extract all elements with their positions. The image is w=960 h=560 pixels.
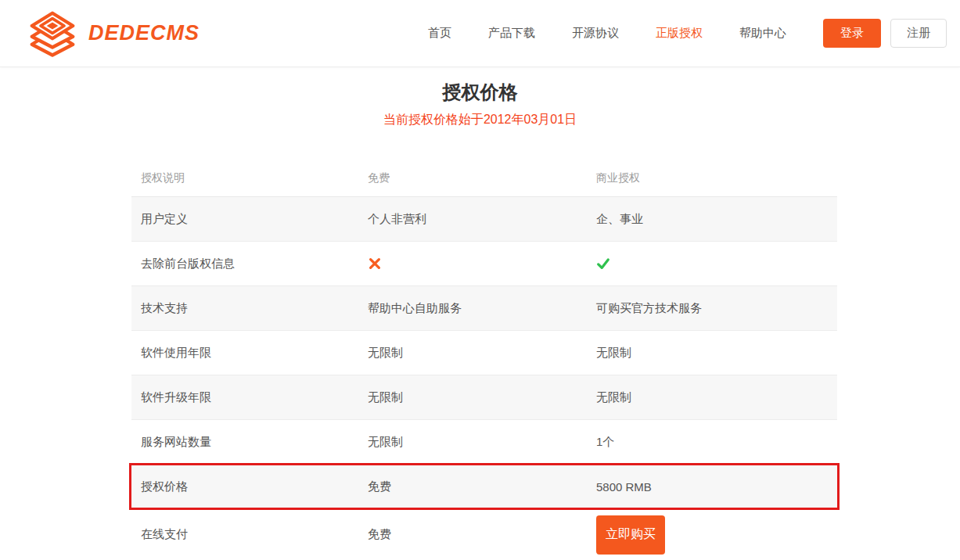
commercial-value: 无限制 bbox=[587, 346, 837, 361]
check-icon bbox=[596, 257, 610, 271]
table-row-tech-support: 技术支持 帮助中心自助服务 可购买官方技术服务 bbox=[131, 286, 837, 331]
nav-item-genuine-license[interactable]: 正版授权 bbox=[656, 26, 703, 41]
page-title: 授权价格 bbox=[0, 80, 960, 105]
row-label: 在线支付 bbox=[131, 527, 358, 542]
row-label: 用户定义 bbox=[131, 212, 358, 227]
license-price-table: 授权说明 免费 商业授权 用户定义 个人非营利 企、事业 去除前台版权信息 技术… bbox=[131, 160, 837, 560]
nav-item-open-source-license[interactable]: 开源协议 bbox=[572, 26, 619, 41]
row-label: 去除前台版权信息 bbox=[131, 257, 358, 271]
brand-logo[interactable]: DEDECMS bbox=[27, 10, 200, 57]
commercial-price-value: 5800 RMB bbox=[587, 480, 837, 494]
nav-item-downloads[interactable]: 产品下载 bbox=[488, 26, 535, 41]
cross-icon bbox=[368, 257, 382, 271]
main-nav: 首页 产品下载 开源协议 正版授权 帮助中心 登录 注册 bbox=[428, 19, 947, 48]
free-value: 无限制 bbox=[358, 390, 587, 405]
header-license-description: 授权说明 bbox=[131, 171, 358, 185]
free-value: 个人非营利 bbox=[358, 212, 587, 227]
free-value: 无限制 bbox=[358, 346, 587, 361]
buy-now-button[interactable]: 立即购买 bbox=[596, 515, 665, 555]
commercial-value: 企、事业 bbox=[587, 212, 837, 227]
table-row-upgrade-years: 软件升级年限 无限制 无限制 bbox=[131, 375, 837, 420]
title-section: 授权价格 当前授权价格始于2012年03月01日 bbox=[0, 67, 960, 128]
table-row-remove-copyright: 去除前台版权信息 bbox=[131, 242, 837, 286]
page-subtitle: 当前授权价格始于2012年03月01日 bbox=[0, 112, 960, 128]
free-value bbox=[358, 257, 587, 271]
row-label: 技术支持 bbox=[131, 301, 358, 316]
free-value: 免费 bbox=[358, 479, 587, 494]
commercial-value: 1个 bbox=[587, 435, 837, 450]
row-label: 软件使用年限 bbox=[131, 346, 358, 361]
commercial-value: 立即购买 bbox=[587, 515, 837, 555]
table-row-usage-years: 软件使用年限 无限制 无限制 bbox=[131, 331, 837, 375]
free-value: 免费 bbox=[358, 527, 587, 542]
table-row-license-price-highlighted: 授权价格 免费 5800 RMB bbox=[131, 465, 837, 509]
row-label: 服务网站数量 bbox=[131, 435, 358, 450]
register-button[interactable]: 注册 bbox=[890, 19, 947, 48]
free-value: 无限制 bbox=[358, 435, 587, 450]
free-value: 帮助中心自助服务 bbox=[358, 301, 587, 316]
row-label: 授权价格 bbox=[131, 479, 358, 494]
row-label: 软件升级年限 bbox=[131, 390, 358, 405]
header-commercial: 商业授权 bbox=[587, 171, 837, 185]
nav-item-home[interactable]: 首页 bbox=[428, 26, 451, 41]
header-free: 免费 bbox=[358, 171, 587, 185]
dedecms-layers-icon bbox=[27, 10, 77, 57]
commercial-value bbox=[587, 257, 837, 271]
nav-item-help-center[interactable]: 帮助中心 bbox=[739, 26, 786, 41]
commercial-value: 无限制 bbox=[587, 390, 837, 405]
table-row-online-payment: 在线支付 免费 立即购买 bbox=[131, 509, 837, 560]
top-header: DEDECMS 首页 产品下载 开源协议 正版授权 帮助中心 登录 注册 bbox=[0, 0, 960, 67]
table-header-row: 授权说明 免费 商业授权 bbox=[131, 160, 837, 197]
brand-name: DEDECMS bbox=[88, 21, 200, 45]
commercial-value: 可购买官方技术服务 bbox=[587, 301, 837, 316]
table-row-site-count: 服务网站数量 无限制 1个 bbox=[131, 420, 837, 465]
table-row-user-definition: 用户定义 个人非营利 企、事业 bbox=[131, 197, 837, 242]
login-button[interactable]: 登录 bbox=[823, 19, 881, 48]
